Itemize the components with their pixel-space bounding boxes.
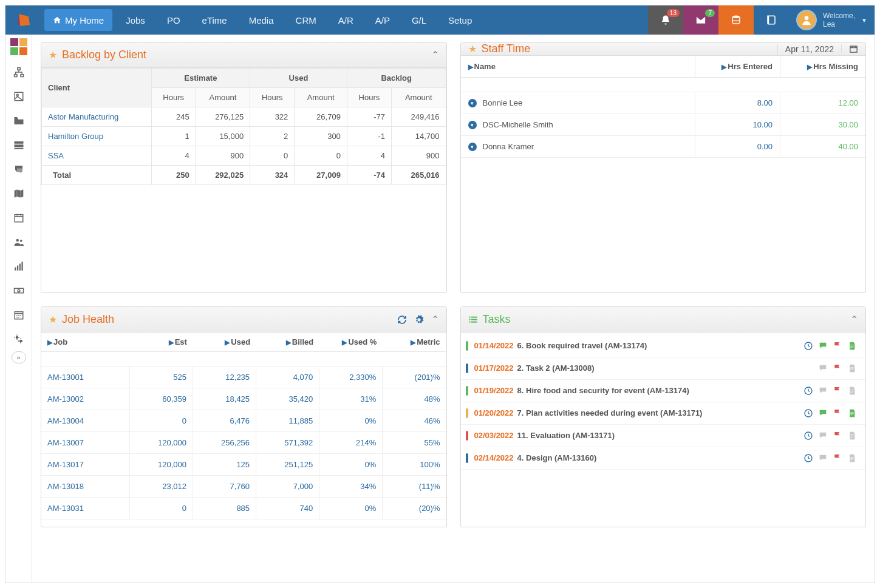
settings-icon[interactable] bbox=[5, 327, 32, 351]
hrs-missing[interactable]: 12.00 bbox=[780, 92, 865, 113]
flag-icon[interactable] bbox=[833, 341, 842, 351]
comment-icon[interactable] bbox=[818, 431, 828, 441]
col-name[interactable]: ▶Name bbox=[461, 56, 696, 77]
nav-myhome[interactable]: My Home bbox=[44, 9, 112, 31]
col-metric[interactable]: ▶Metric bbox=[383, 333, 446, 351]
col-usedp[interactable]: ▶Used % bbox=[319, 333, 383, 351]
clock-icon[interactable] bbox=[803, 431, 813, 441]
nav-po[interactable]: PO bbox=[156, 5, 191, 35]
schedule-icon[interactable] bbox=[5, 303, 32, 327]
nav-gl[interactable]: G/L bbox=[401, 5, 437, 35]
comment-icon[interactable] bbox=[818, 363, 828, 373]
comment-icon[interactable] bbox=[818, 453, 828, 463]
notifications-button[interactable]: 13 bbox=[648, 5, 683, 35]
user-menu[interactable]: Welcome, Lea ▼ bbox=[789, 5, 875, 35]
expand-row-icon[interactable]: ▾ bbox=[468, 99, 477, 107]
comment-icon[interactable] bbox=[818, 341, 828, 351]
col-billed[interactable]: ▶Billed bbox=[256, 333, 319, 351]
table-row: Astor Manufacturing 245276,125 32226,709… bbox=[42, 107, 446, 127]
sitemap-icon[interactable] bbox=[5, 60, 32, 84]
job-link[interactable]: AM-13007 bbox=[41, 432, 130, 453]
chart-icon[interactable] bbox=[5, 254, 32, 279]
job-link[interactable]: AM-13004 bbox=[41, 410, 130, 431]
hrs-missing[interactable]: 40.00 bbox=[780, 136, 865, 157]
nav-crm[interactable]: CRM bbox=[285, 5, 327, 35]
image-icon[interactable] bbox=[5, 84, 32, 109]
hrs-entered[interactable]: 0.00 bbox=[695, 136, 780, 157]
map-icon[interactable] bbox=[5, 181, 32, 206]
database-button[interactable] bbox=[718, 5, 754, 35]
flag-icon[interactable] bbox=[833, 386, 842, 396]
nav-etime[interactable]: eTime bbox=[191, 5, 238, 35]
refresh-icon[interactable] bbox=[397, 315, 407, 325]
table-row: ▾Bonnie Lee 8.00 12.00 bbox=[461, 92, 866, 114]
calendar-icon[interactable] bbox=[5, 206, 32, 230]
nav-setup[interactable]: Setup bbox=[437, 5, 483, 35]
app-logo[interactable] bbox=[5, 5, 42, 35]
task-item[interactable]: 01/19/2022 8. Hire food and security for… bbox=[461, 380, 866, 402]
svg-rect-27 bbox=[469, 319, 470, 320]
job-link[interactable]: AM-13017 bbox=[41, 454, 130, 475]
tasks-list[interactable]: 01/14/2022 6. Book required travel (AM-1… bbox=[461, 333, 866, 527]
col-used[interactable]: ▶Used bbox=[193, 333, 256, 351]
document-icon[interactable] bbox=[847, 341, 857, 351]
nav-ar[interactable]: A/R bbox=[327, 5, 364, 35]
task-item[interactable]: 01/17/2022 2. Task 2 (AM-13008) bbox=[461, 357, 866, 380]
job-link[interactable]: AM-13018 bbox=[41, 476, 130, 497]
flag-icon[interactable] bbox=[833, 431, 842, 441]
flag-icon[interactable] bbox=[833, 363, 842, 373]
gear-icon[interactable] bbox=[414, 315, 424, 325]
clock-icon[interactable] bbox=[803, 408, 813, 418]
client-link[interactable]: Hamilton Group bbox=[42, 127, 152, 146]
staff-name-link[interactable]: Donna Kramer bbox=[483, 142, 534, 151]
nav-jobs[interactable]: Jobs bbox=[115, 5, 156, 35]
collapse-icon[interactable]: ⌃ bbox=[431, 49, 439, 61]
staff-name-link[interactable]: Bonnie Lee bbox=[483, 98, 523, 107]
document-icon[interactable] bbox=[847, 386, 857, 396]
col-hrs-missing[interactable]: ▶Hrs Missing bbox=[780, 56, 865, 77]
hrs-entered[interactable]: 8.00 bbox=[695, 92, 780, 113]
apps-grid-icon[interactable] bbox=[10, 38, 27, 55]
task-item[interactable]: 01/20/2022 7. Plan activities needed dur… bbox=[461, 402, 866, 425]
collapse-icon[interactable]: ⌃ bbox=[431, 314, 439, 325]
clock-icon[interactable] bbox=[803, 386, 813, 396]
client-link[interactable]: SSA bbox=[42, 146, 152, 166]
nav-media[interactable]: Media bbox=[238, 5, 285, 35]
document-icon[interactable] bbox=[847, 431, 857, 441]
expand-row-icon[interactable]: ▾ bbox=[468, 143, 477, 151]
task-item[interactable]: 02/14/2022 4. Design (AM-13160) bbox=[461, 447, 866, 470]
flag-icon[interactable] bbox=[833, 453, 842, 463]
clock-icon[interactable] bbox=[803, 453, 813, 463]
date-picker-button[interactable] bbox=[841, 44, 865, 53]
chat-icon[interactable] bbox=[5, 157, 32, 181]
flag-icon[interactable] bbox=[833, 408, 842, 418]
collapse-icon[interactable]: ⌃ bbox=[850, 314, 858, 325]
comment-icon[interactable] bbox=[818, 408, 828, 418]
job-link[interactable]: AM-13002 bbox=[41, 388, 130, 410]
expand-icon[interactable]: » bbox=[12, 351, 26, 363]
folder-icon[interactable] bbox=[5, 109, 32, 133]
staff-name-link[interactable]: DSC-Michelle Smith bbox=[483, 120, 553, 129]
server-icon[interactable] bbox=[5, 133, 32, 157]
task-item[interactable]: 02/03/2022 11. Evaluation (AM-13171) bbox=[461, 425, 866, 447]
col-est[interactable]: ▶Est bbox=[130, 333, 193, 351]
users-icon[interactable] bbox=[5, 230, 32, 254]
document-icon[interactable] bbox=[847, 408, 857, 418]
document-icon[interactable] bbox=[847, 363, 857, 373]
money-icon[interactable] bbox=[5, 279, 32, 303]
hrs-entered[interactable]: 10.00 bbox=[695, 114, 780, 135]
clock-icon[interactable] bbox=[803, 341, 813, 351]
expand-row-icon[interactable]: ▾ bbox=[468, 121, 477, 129]
comment-icon[interactable] bbox=[818, 386, 828, 396]
col-job[interactable]: ▶Job bbox=[41, 333, 130, 351]
messages-button[interactable]: 7 bbox=[683, 5, 718, 35]
hrs-missing[interactable]: 30.00 bbox=[780, 114, 865, 135]
client-link[interactable]: Astor Manufacturing bbox=[42, 107, 152, 127]
col-hrs-entered[interactable]: ▶Hrs Entered bbox=[695, 56, 780, 77]
job-link[interactable]: AM-13001 bbox=[41, 367, 130, 388]
task-item[interactable]: 01/14/2022 6. Book required travel (AM-1… bbox=[461, 335, 866, 357]
document-icon[interactable] bbox=[847, 453, 857, 463]
help-button[interactable] bbox=[754, 5, 789, 35]
nav-ap[interactable]: A/P bbox=[364, 5, 401, 35]
job-link[interactable]: AM-13031 bbox=[41, 498, 130, 519]
